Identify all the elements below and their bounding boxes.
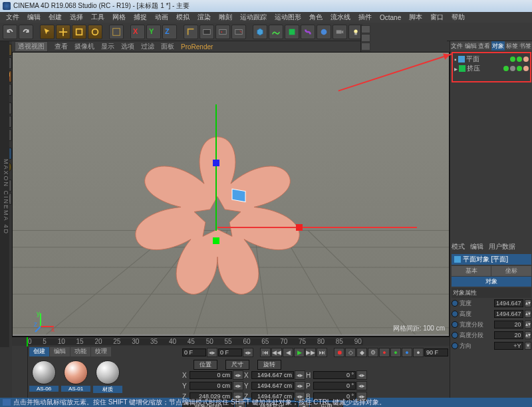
menu-render[interactable]: 渲染: [194, 12, 214, 23]
record-button[interactable]: ⏺: [334, 348, 344, 357]
attr-wseg-field[interactable]: 20: [494, 321, 523, 329]
move-tool[interactable]: [56, 25, 70, 39]
mat-tab-tex[interactable]: 纹理: [91, 347, 111, 356]
tag-icon[interactable]: [523, 57, 529, 62]
attr-orient-field[interactable]: +Y: [494, 342, 523, 350]
material-item[interactable]: AS-01: [61, 359, 90, 393]
menu-tools[interactable]: 工具: [88, 12, 108, 23]
spin-button[interactable]: ◂▸: [295, 381, 305, 390]
spin-button[interactable]: ▴▾: [525, 310, 531, 318]
vp-menu-prorender[interactable]: ProRender: [181, 43, 213, 51]
rot-h-field[interactable]: 0 °: [313, 371, 356, 379]
tag-icon[interactable]: [523, 66, 529, 71]
goto-start-button[interactable]: ⏮: [260, 348, 271, 357]
om-tab-view[interactable]: 查看: [477, 41, 491, 51]
vp-nav-2[interactable]: [361, 34, 370, 42]
object-name[interactable]: 平面: [466, 55, 479, 64]
menu-help[interactable]: 帮助: [448, 12, 468, 23]
pos-y-field[interactable]: 0 cm: [190, 382, 232, 390]
menu-select[interactable]: 选择: [66, 12, 86, 23]
play-button[interactable]: ▶: [294, 348, 305, 357]
keyframe-dot[interactable]: [452, 311, 458, 317]
mat-tab-edit[interactable]: 编辑: [50, 347, 70, 356]
om-tab-tags[interactable]: 标签: [505, 41, 519, 51]
menu-anim[interactable]: 动画: [152, 12, 172, 23]
key-opts-button[interactable]: ⚙: [368, 348, 378, 357]
menu-script[interactable]: 脚本: [406, 12, 426, 23]
menu-char[interactable]: 角色: [306, 12, 326, 23]
frame-cur-field[interactable]: 0 F: [218, 348, 242, 356]
gizmo-x-axis[interactable]: [217, 227, 417, 228]
spin-button[interactable]: ▴▾: [525, 321, 531, 329]
environment-button[interactable]: [317, 25, 331, 39]
attr-tab-object[interactable]: 对象: [452, 277, 531, 287]
keyframe-dot[interactable]: [452, 321, 458, 328]
om-tab-object[interactable]: 对象: [491, 41, 505, 51]
menu-create[interactable]: 创建: [45, 12, 65, 23]
step-back-button[interactable]: ◀◀: [271, 348, 282, 357]
vis-render-dot[interactable]: [517, 57, 522, 62]
tool-5[interactable]: [109, 25, 124, 39]
attr-menu-user[interactable]: 用户数据: [489, 242, 515, 251]
vp-menu-filter[interactable]: 过滤: [141, 42, 154, 51]
dropdown-icon[interactable]: ▾: [525, 342, 531, 350]
key-pos-button[interactable]: ●: [379, 348, 390, 357]
spin-button[interactable]: ◂▸: [356, 370, 367, 380]
menu-sim[interactable]: 模拟: [173, 12, 193, 23]
pos-x-field[interactable]: 0 cm: [190, 371, 232, 379]
spin-button[interactable]: ◂▸: [356, 381, 367, 390]
render-button[interactable]: [200, 25, 214, 39]
vis-editor-dot[interactable]: [503, 66, 509, 71]
menu-file[interactable]: 文件: [3, 12, 23, 23]
coord-button[interactable]: [184, 25, 198, 39]
mat-tab-create[interactable]: 创建: [29, 347, 49, 356]
keyframe-dot[interactable]: [452, 342, 458, 349]
menu-plugins[interactable]: 插件: [355, 12, 375, 23]
undo-button[interactable]: [3, 25, 17, 39]
vp-menu-options[interactable]: 选项: [121, 42, 134, 51]
attr-menu-edit[interactable]: 编辑: [470, 242, 483, 251]
expand-icon[interactable]: ▸: [454, 65, 458, 72]
rotate-tool[interactable]: [88, 25, 102, 39]
key-rot-button[interactable]: ●: [402, 348, 412, 357]
play-back-button[interactable]: ◀: [283, 348, 293, 357]
redo-button[interactable]: [19, 25, 33, 39]
timeline[interactable]: 0510 152025 303540 455055 606570 758085 …: [12, 337, 450, 346]
object-row-plane[interactable]: ▪ 平面: [454, 55, 529, 64]
spin-button[interactable]: ◂▸: [233, 381, 243, 390]
keyframe-dot[interactable]: [452, 300, 458, 307]
keyframe-dot[interactable]: [452, 332, 458, 339]
spline-button[interactable]: [269, 25, 283, 39]
axis-z-button[interactable]: Z: [162, 25, 177, 39]
spin-button[interactable]: ▴▾: [525, 331, 531, 339]
render-region-button[interactable]: [215, 25, 230, 39]
autokey-button[interactable]: ◇: [345, 348, 356, 357]
gizmo-y-axis[interactable]: [215, 104, 217, 231]
viewport-perspective[interactable]: y x z 网格间距: 100 cm: [12, 52, 450, 337]
attr-menu-mode[interactable]: 模式: [452, 242, 465, 251]
spin-button[interactable]: ◂▸: [295, 370, 305, 380]
spin-button[interactable]: ◂▸: [243, 348, 253, 357]
camera-button[interactable]: [332, 25, 347, 39]
expand-icon[interactable]: ▪: [454, 56, 457, 63]
vp-menu-camera[interactable]: 摄像机: [74, 42, 94, 51]
key-scale-button[interactable]: ●: [390, 348, 401, 357]
enable-dot[interactable]: [517, 66, 522, 71]
vis-render-dot[interactable]: [510, 66, 515, 71]
menu-octane[interactable]: Octane: [376, 13, 404, 22]
axis-y-button[interactable]: Y: [146, 25, 161, 39]
spin-button[interactable]: ◂▸: [233, 370, 243, 380]
viewport-label[interactable]: 透视视图: [15, 41, 48, 52]
vp-menu-display[interactable]: 显示: [101, 42, 114, 51]
generator-button[interactable]: [285, 25, 299, 39]
scale-tool[interactable]: [72, 25, 86, 39]
object-row-extrude[interactable]: ▸ 挤压: [454, 64, 529, 73]
menu-sculpt[interactable]: 雕刻: [215, 12, 235, 23]
size-x-field[interactable]: 1494.647 cm: [251, 371, 294, 379]
key-param-button[interactable]: ●: [413, 348, 424, 357]
attr-height-field[interactable]: 1494.647: [494, 310, 523, 318]
menu-window[interactable]: 窗口: [427, 12, 447, 23]
keyframe-button[interactable]: ◆: [356, 348, 367, 357]
material-item[interactable]: AS-06: [29, 359, 59, 393]
menu-track[interactable]: 运动跟踪: [237, 12, 270, 23]
